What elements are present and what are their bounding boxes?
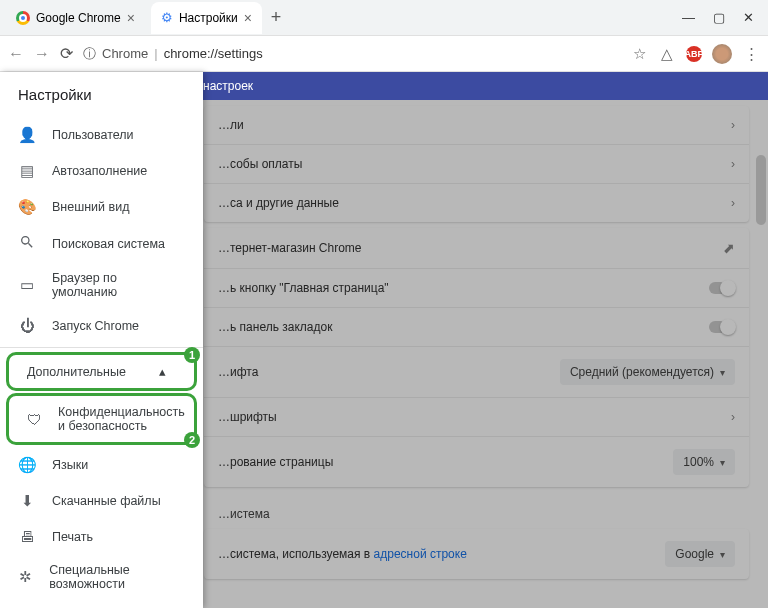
close-icon[interactable]: × bbox=[244, 10, 252, 26]
annotation-highlight-1: Дополнительные ▴ 1 bbox=[6, 352, 197, 391]
annotation-badge: 2 bbox=[184, 432, 200, 448]
palette-icon: 🎨 bbox=[18, 198, 36, 216]
person-icon: 👤 bbox=[18, 126, 36, 144]
close-icon[interactable]: × bbox=[127, 10, 135, 26]
power-icon: ⏻ bbox=[18, 317, 36, 334]
globe-icon: 🌐 bbox=[18, 456, 36, 474]
window-close[interactable]: ✕ bbox=[743, 10, 754, 25]
annotation-badge: 1 bbox=[184, 347, 200, 363]
back-button[interactable]: ← bbox=[8, 45, 24, 63]
tab-label: Настройки bbox=[179, 11, 238, 25]
new-tab-button[interactable]: + bbox=[262, 7, 290, 28]
chevron-up-icon: ▴ bbox=[159, 364, 166, 379]
sidebar-item-startup[interactable]: ⏻Запуск Chrome bbox=[0, 308, 203, 343]
scrollbar[interactable] bbox=[756, 155, 766, 225]
sidebar-item-appearance[interactable]: 🎨Внешний вид bbox=[0, 189, 203, 225]
annotation-highlight-2: 🛡Конфиденциальность и безопасность 2 bbox=[6, 393, 197, 445]
window-maximize[interactable]: ▢ bbox=[713, 10, 725, 25]
search-placeholder: настроек bbox=[203, 79, 253, 93]
download-icon: ⬇ bbox=[18, 492, 36, 510]
sidebar-item-autofill[interactable]: ▤Автозаполнение bbox=[0, 153, 203, 189]
menu-icon[interactable]: ⋮ bbox=[742, 45, 760, 63]
shield-icon: 🛡 bbox=[27, 411, 42, 428]
sidebar-item-downloads[interactable]: ⬇Скачанные файлы bbox=[0, 483, 203, 519]
accessibility-icon: ✲ bbox=[18, 568, 33, 586]
sidebar-title: Настройки bbox=[0, 72, 203, 117]
sidebar-item-users[interactable]: 👤Пользователи bbox=[0, 117, 203, 153]
sidebar-item-search[interactable]: Поисковая система bbox=[0, 225, 203, 262]
toolbar: ← → ⟳ ⓘ Chrome | chrome://settings ☆ △ A… bbox=[0, 36, 768, 72]
sidebar-item-default-browser[interactable]: ▭Браузер по умолчанию bbox=[0, 262, 203, 308]
gear-icon: ⚙ bbox=[161, 10, 173, 25]
tab-label: Google Chrome bbox=[36, 11, 121, 25]
star-icon[interactable]: ☆ bbox=[630, 45, 648, 63]
reload-button[interactable]: ⟳ bbox=[60, 44, 73, 63]
window-minimize[interactable]: — bbox=[682, 10, 695, 25]
info-icon: ⓘ bbox=[83, 45, 96, 63]
titlebar: Google Chrome × ⚙ Настройки × + — ▢ ✕ bbox=[0, 0, 768, 36]
sidebar-item-privacy[interactable]: 🛡Конфиденциальность и безопасность bbox=[9, 396, 194, 442]
sidebar-item-accessibility[interactable]: ✲Специальные возможности bbox=[0, 554, 203, 600]
settings-sidebar: Настройки 👤Пользователи ▤Автозаполнение … bbox=[0, 72, 203, 608]
address-bar[interactable]: ⓘ Chrome | chrome://settings bbox=[83, 45, 263, 63]
sidebar-item-languages[interactable]: 🌐Языки bbox=[0, 447, 203, 483]
forward-button: → bbox=[34, 45, 50, 63]
browser-icon: ▭ bbox=[18, 276, 36, 294]
address-host: Chrome bbox=[102, 46, 148, 61]
extension-triangle-icon[interactable]: △ bbox=[658, 45, 676, 63]
tab-google-chrome[interactable]: Google Chrome × bbox=[6, 2, 145, 34]
sidebar-item-advanced[interactable]: Дополнительные ▴ bbox=[9, 355, 194, 388]
address-path: chrome://settings bbox=[164, 46, 263, 61]
abp-extension-icon[interactable]: ABP bbox=[686, 46, 702, 62]
tab-settings[interactable]: ⚙ Настройки × bbox=[151, 2, 262, 34]
autofill-icon: ▤ bbox=[18, 162, 36, 180]
chrome-icon bbox=[16, 11, 30, 25]
profile-avatar[interactable] bbox=[712, 44, 732, 64]
sidebar-item-print[interactable]: 🖶Печать bbox=[0, 519, 203, 554]
print-icon: 🖶 bbox=[18, 528, 36, 545]
search-icon bbox=[18, 234, 36, 253]
sidebar-item-system[interactable]: 🔧Система bbox=[0, 600, 203, 608]
